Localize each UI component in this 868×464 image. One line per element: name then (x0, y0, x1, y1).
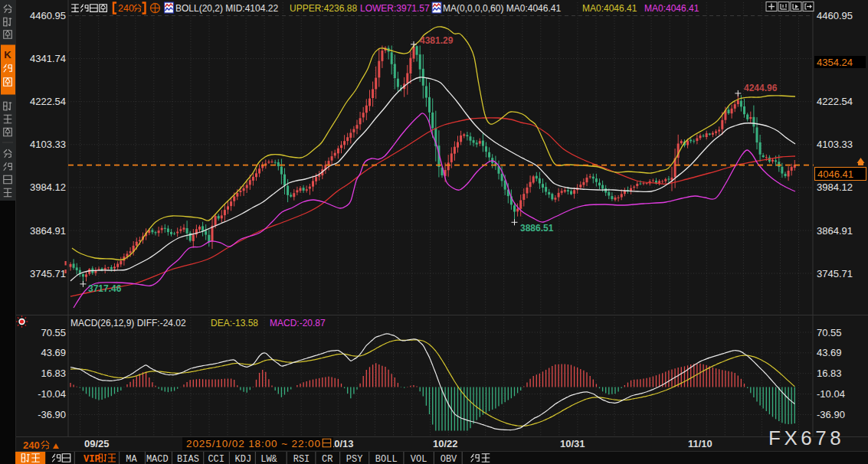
svg-text:4222.54: 4222.54 (817, 96, 853, 107)
svg-text:VOL: VOL (411, 454, 427, 464)
svg-text:K: K (4, 49, 11, 60)
svg-text:FX678: FX678 (768, 426, 844, 449)
svg-text:LW&: LW& (260, 454, 277, 464)
svg-text:16.83: 16.83 (817, 368, 842, 379)
svg-text:4354.24: 4354.24 (817, 57, 853, 68)
svg-text:CR: CR (322, 454, 332, 464)
svg-text:MACD: MACD (146, 454, 169, 464)
svg-text:-10.04: -10.04 (817, 388, 845, 400)
svg-text:PSY: PSY (346, 454, 363, 464)
svg-text:BOLL: BOLL (375, 454, 398, 464)
svg-text:70.55: 70.55 (817, 327, 842, 338)
svg-text:LOWER:3971.57: LOWER:3971.57 (360, 3, 430, 14)
svg-text:4103.33: 4103.33 (30, 139, 66, 150)
svg-text:4046.41: 4046.41 (817, 168, 853, 180)
svg-text:70.55: 70.55 (41, 327, 66, 338)
svg-text:16.83: 16.83 (41, 368, 66, 379)
svg-text:BOLL(20,2) MID:4104.22: BOLL(20,2) MID:4104.22 (175, 3, 278, 14)
svg-text:4460.95: 4460.95 (30, 10, 66, 21)
svg-text:4244.96: 4244.96 (744, 83, 778, 93)
svg-text:4460.95: 4460.95 (817, 10, 853, 21)
svg-text:MA: MA (126, 454, 137, 464)
svg-text:MACD:-20.87: MACD:-20.87 (270, 318, 326, 328)
svg-text:-36.90: -36.90 (817, 409, 845, 420)
svg-text:DEA:-13.58: DEA:-13.58 (211, 318, 258, 328)
svg-text:MA(0,0,0,0,60) MA0:4046.41: MA(0,0,0,0,60) MA0:4046.41 (443, 3, 561, 14)
svg-text:4381.29: 4381.29 (420, 35, 454, 46)
svg-text:-10.04: -10.04 (38, 388, 66, 400)
svg-text:4222.54: 4222.54 (30, 96, 66, 107)
svg-text:3745.71: 3745.71 (30, 268, 66, 279)
svg-text:10/22: 10/22 (433, 438, 458, 449)
svg-text:4341.74: 4341.74 (30, 53, 66, 64)
svg-text:UPPER:4236.88: UPPER:4236.88 (290, 3, 357, 14)
svg-text:MACD(26,12,9) DIFF:-24.02: MACD(26,12,9) DIFF:-24.02 (70, 318, 186, 328)
svg-text:3864.91: 3864.91 (30, 225, 66, 237)
svg-text:VIP: VIP (84, 454, 100, 464)
svg-text:4103.33: 4103.33 (817, 139, 853, 150)
svg-text:43.69: 43.69 (817, 347, 842, 358)
svg-text:KDJ: KDJ (234, 454, 251, 464)
svg-text:-36.90: -36.90 (38, 409, 66, 420)
svg-text:3717.46: 3717.46 (88, 283, 122, 294)
svg-text:MA0:4046.41: MA0:4046.41 (582, 3, 637, 14)
svg-text:09/25: 09/25 (84, 438, 110, 449)
svg-text:CCI: CCI (208, 454, 224, 464)
svg-text:3864.91: 3864.91 (817, 225, 853, 237)
svg-text:3984.12: 3984.12 (817, 181, 853, 193)
svg-text:240: 240 (118, 3, 134, 14)
svg-text:2025/10/02 18:00 ~ 22:00: 2025/10/02 18:00 ~ 22:00 (186, 438, 321, 449)
svg-text:OBV: OBV (441, 454, 457, 464)
svg-text:10/31: 10/31 (560, 438, 585, 449)
svg-text:MA0:4046.41: MA0:4046.41 (644, 3, 699, 14)
svg-text:11/10: 11/10 (688, 438, 712, 449)
svg-text:3745.71: 3745.71 (817, 268, 853, 279)
svg-text:43.69: 43.69 (41, 347, 66, 358)
svg-text:RSI: RSI (293, 454, 310, 464)
svg-text:240: 240 (23, 439, 40, 451)
svg-text:3984.12: 3984.12 (30, 181, 66, 193)
svg-text:BIAS: BIAS (177, 454, 199, 464)
svg-text:3886.51: 3886.51 (520, 223, 554, 234)
